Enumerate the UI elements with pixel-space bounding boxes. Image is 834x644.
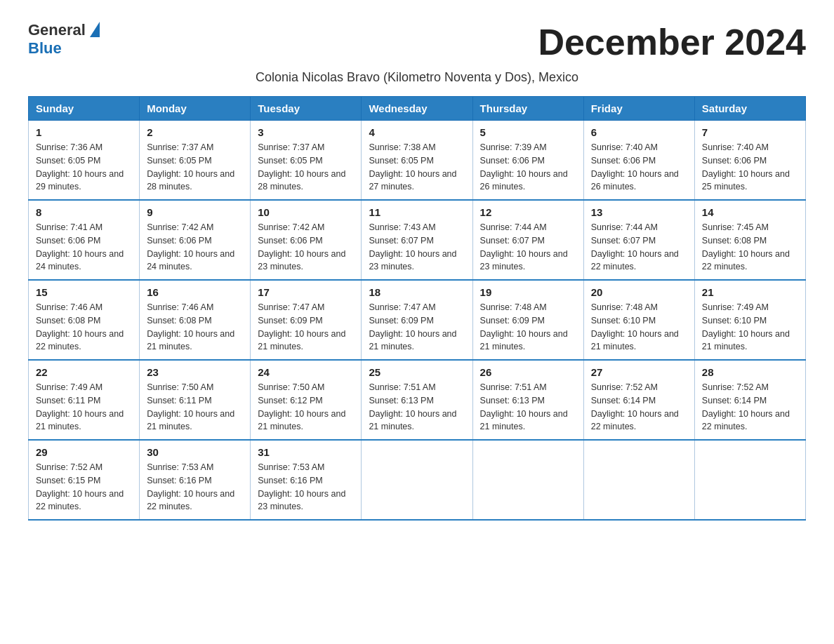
weekday-header-sunday: Sunday: [29, 97, 140, 121]
calendar-cell: 27Sunrise: 7:52 AMSunset: 6:14 PMDayligh…: [583, 360, 694, 440]
calendar-cell: 21Sunrise: 7:49 AMSunset: 6:10 PMDayligh…: [694, 280, 805, 360]
calendar-cell: 9Sunrise: 7:42 AMSunset: 6:06 PMDaylight…: [140, 200, 251, 280]
logo: General: [28, 21, 100, 39]
day-info: Sunrise: 7:41 AMSunset: 6:06 PMDaylight:…: [36, 221, 132, 274]
day-number: 13: [591, 206, 687, 218]
calendar-cell: 6Sunrise: 7:40 AMSunset: 6:06 PMDaylight…: [583, 121, 694, 201]
day-number: 5: [480, 126, 576, 138]
day-info: Sunrise: 7:42 AMSunset: 6:06 PMDaylight:…: [258, 221, 354, 274]
day-info: Sunrise: 7:49 AMSunset: 6:11 PMDaylight:…: [36, 381, 132, 434]
header-row: General Blue December 2024: [28, 21, 806, 63]
calendar-cell: [694, 440, 805, 520]
calendar-cell: 8Sunrise: 7:41 AMSunset: 6:06 PMDaylight…: [29, 200, 140, 280]
calendar-cell: 4Sunrise: 7:38 AMSunset: 6:05 PMDaylight…: [362, 121, 472, 201]
day-number: 16: [147, 286, 243, 298]
calendar-cell: 17Sunrise: 7:47 AMSunset: 6:09 PMDayligh…: [251, 280, 362, 360]
logo-text-blue: Blue: [28, 39, 62, 58]
calendar-cell: 15Sunrise: 7:46 AMSunset: 6:08 PMDayligh…: [29, 280, 140, 360]
day-info: Sunrise: 7:37 AMSunset: 6:05 PMDaylight:…: [258, 141, 354, 194]
day-number: 12: [480, 206, 576, 218]
day-number: 6: [591, 126, 687, 138]
weekday-header-monday: Monday: [140, 97, 251, 121]
day-number: 3: [258, 126, 354, 138]
calendar-week-row: 29Sunrise: 7:52 AMSunset: 6:15 PMDayligh…: [29, 440, 806, 520]
logo-wrapper: General Blue: [28, 21, 100, 58]
month-title: December 2024: [538, 21, 806, 63]
day-info: Sunrise: 7:53 AMSunset: 6:16 PMDaylight:…: [147, 461, 243, 514]
day-info: Sunrise: 7:39 AMSunset: 6:06 PMDaylight:…: [480, 141, 576, 194]
calendar-cell: 7Sunrise: 7:40 AMSunset: 6:06 PMDaylight…: [694, 121, 805, 201]
day-number: 31: [258, 446, 354, 458]
day-info: Sunrise: 7:49 AMSunset: 6:10 PMDaylight:…: [702, 301, 798, 354]
day-number: 29: [36, 446, 132, 458]
day-info: Sunrise: 7:43 AMSunset: 6:07 PMDaylight:…: [369, 221, 465, 274]
day-info: Sunrise: 7:44 AMSunset: 6:07 PMDaylight:…: [591, 221, 687, 274]
calendar-cell: 16Sunrise: 7:46 AMSunset: 6:08 PMDayligh…: [140, 280, 251, 360]
day-info: Sunrise: 7:44 AMSunset: 6:07 PMDaylight:…: [480, 221, 576, 274]
day-number: 1: [36, 126, 132, 138]
day-info: Sunrise: 7:47 AMSunset: 6:09 PMDaylight:…: [258, 301, 354, 354]
calendar-cell: [583, 440, 694, 520]
day-number: 8: [36, 206, 132, 218]
day-info: Sunrise: 7:51 AMSunset: 6:13 PMDaylight:…: [369, 381, 465, 434]
day-info: Sunrise: 7:45 AMSunset: 6:08 PMDaylight:…: [702, 221, 798, 274]
day-info: Sunrise: 7:50 AMSunset: 6:11 PMDaylight:…: [147, 381, 243, 434]
weekday-header-wednesday: Wednesday: [362, 97, 472, 121]
day-number: 20: [591, 286, 687, 298]
day-info: Sunrise: 7:40 AMSunset: 6:06 PMDaylight:…: [702, 141, 798, 194]
day-number: 27: [591, 366, 687, 378]
day-number: 14: [702, 206, 798, 218]
weekday-header-saturday: Saturday: [694, 97, 805, 121]
calendar-cell: 12Sunrise: 7:44 AMSunset: 6:07 PMDayligh…: [472, 200, 583, 280]
calendar-cell: 28Sunrise: 7:52 AMSunset: 6:14 PMDayligh…: [694, 360, 805, 440]
day-info: Sunrise: 7:52 AMSunset: 6:14 PMDaylight:…: [702, 381, 798, 434]
calendar-week-row: 8Sunrise: 7:41 AMSunset: 6:06 PMDaylight…: [29, 200, 806, 280]
day-info: Sunrise: 7:37 AMSunset: 6:05 PMDaylight:…: [147, 141, 243, 194]
day-info: Sunrise: 7:36 AMSunset: 6:05 PMDaylight:…: [36, 141, 132, 194]
day-number: 24: [258, 366, 354, 378]
day-number: 2: [147, 126, 243, 138]
calendar-cell: 10Sunrise: 7:42 AMSunset: 6:06 PMDayligh…: [251, 200, 362, 280]
calendar-cell: 11Sunrise: 7:43 AMSunset: 6:07 PMDayligh…: [362, 200, 472, 280]
day-number: 4: [369, 126, 465, 138]
calendar-week-row: 15Sunrise: 7:46 AMSunset: 6:08 PMDayligh…: [29, 280, 806, 360]
weekday-header-row: SundayMondayTuesdayWednesdayThursdayFrid…: [29, 97, 806, 121]
day-number: 21: [702, 286, 798, 298]
weekday-header-thursday: Thursday: [472, 97, 583, 121]
day-number: 10: [258, 206, 354, 218]
calendar-cell: 1Sunrise: 7:36 AMSunset: 6:05 PMDaylight…: [29, 121, 140, 201]
weekday-header-friday: Friday: [583, 97, 694, 121]
calendar-cell: 20Sunrise: 7:48 AMSunset: 6:10 PMDayligh…: [583, 280, 694, 360]
calendar-week-row: 1Sunrise: 7:36 AMSunset: 6:05 PMDaylight…: [29, 121, 806, 201]
calendar-cell: 24Sunrise: 7:50 AMSunset: 6:12 PMDayligh…: [251, 360, 362, 440]
day-info: Sunrise: 7:50 AMSunset: 6:12 PMDaylight:…: [258, 381, 354, 434]
day-number: 9: [147, 206, 243, 218]
day-info: Sunrise: 7:48 AMSunset: 6:09 PMDaylight:…: [480, 301, 576, 354]
day-info: Sunrise: 7:48 AMSunset: 6:10 PMDaylight:…: [591, 301, 687, 354]
day-info: Sunrise: 7:51 AMSunset: 6:13 PMDaylight:…: [480, 381, 576, 434]
calendar-cell: 26Sunrise: 7:51 AMSunset: 6:13 PMDayligh…: [472, 360, 583, 440]
day-number: 28: [702, 366, 798, 378]
calendar-cell: 25Sunrise: 7:51 AMSunset: 6:13 PMDayligh…: [362, 360, 472, 440]
calendar-week-row: 22Sunrise: 7:49 AMSunset: 6:11 PMDayligh…: [29, 360, 806, 440]
day-number: 11: [369, 206, 465, 218]
calendar-cell: [472, 440, 583, 520]
day-number: 25: [369, 366, 465, 378]
calendar-cell: 3Sunrise: 7:37 AMSunset: 6:05 PMDaylight…: [251, 121, 362, 201]
day-number: 15: [36, 286, 132, 298]
calendar-cell: 5Sunrise: 7:39 AMSunset: 6:06 PMDaylight…: [472, 121, 583, 201]
calendar-cell: 18Sunrise: 7:47 AMSunset: 6:09 PMDayligh…: [362, 280, 472, 360]
day-number: 18: [369, 286, 465, 298]
day-number: 23: [147, 366, 243, 378]
day-number: 30: [147, 446, 243, 458]
calendar-cell: [362, 440, 472, 520]
calendar-cell: 14Sunrise: 7:45 AMSunset: 6:08 PMDayligh…: [694, 200, 805, 280]
day-info: Sunrise: 7:46 AMSunset: 6:08 PMDaylight:…: [147, 301, 243, 354]
day-number: 7: [702, 126, 798, 138]
weekday-header-tuesday: Tuesday: [251, 97, 362, 121]
calendar-cell: 23Sunrise: 7:50 AMSunset: 6:11 PMDayligh…: [140, 360, 251, 440]
day-info: Sunrise: 7:40 AMSunset: 6:06 PMDaylight:…: [591, 141, 687, 194]
calendar-cell: 2Sunrise: 7:37 AMSunset: 6:05 PMDaylight…: [140, 121, 251, 201]
calendar-cell: 19Sunrise: 7:48 AMSunset: 6:09 PMDayligh…: [472, 280, 583, 360]
subtitle: Colonia Nicolas Bravo (Kilometro Noventa…: [28, 70, 806, 85]
